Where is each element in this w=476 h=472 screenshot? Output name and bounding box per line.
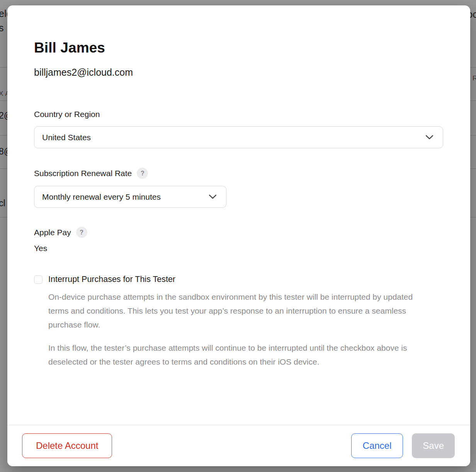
chevron-down-icon bbox=[425, 135, 434, 140]
renewal-rate-help-icon[interactable]: ? bbox=[137, 168, 148, 179]
renewal-rate-select[interactable]: Monthly renewal every 5 minutes bbox=[34, 186, 226, 208]
modal-footer: Delete Account Cancel Save bbox=[7, 425, 470, 466]
apple-pay-value: Yes bbox=[34, 243, 443, 253]
interrupt-description-1: On-device purchase attempts in the sandb… bbox=[48, 290, 415, 332]
apple-pay-label: Apple Pay bbox=[34, 228, 71, 238]
renewal-rate-select-value: Monthly renewal every 5 minutes bbox=[42, 192, 161, 202]
apple-pay-field: Apple Pay ? Yes bbox=[34, 227, 443, 253]
footer-actions: Cancel Save bbox=[351, 433, 455, 458]
delete-account-button[interactable]: Delete Account bbox=[22, 433, 112, 458]
tester-email: billjames2@icloud.com bbox=[34, 66, 443, 78]
country-select[interactable]: United States bbox=[34, 126, 443, 148]
country-select-value: United States bbox=[42, 133, 91, 142]
save-button[interactable]: Save bbox=[412, 433, 455, 458]
interrupt-purchases-row: Interrupt Purchases for This Tester bbox=[34, 274, 443, 285]
interrupt-purchases-checkbox[interactable] bbox=[34, 275, 42, 284]
cancel-button[interactable]: Cancel bbox=[351, 433, 403, 458]
country-field: Country or Region United States bbox=[34, 109, 443, 148]
interrupt-purchases-label[interactable]: Interrupt Purchases for This Tester bbox=[48, 274, 175, 285]
country-label: Country or Region bbox=[34, 109, 100, 119]
interrupt-description-2: In this flow, the tester’s purchase atte… bbox=[48, 341, 415, 369]
modal-body: Bill James billjames2@icloud.com Country… bbox=[7, 5, 470, 425]
chevron-down-icon bbox=[209, 194, 217, 199]
apple-pay-help-icon[interactable]: ? bbox=[76, 227, 87, 238]
renewal-rate-field: Subscription Renewal Rate ? Monthly rene… bbox=[34, 168, 443, 208]
edit-tester-modal: Bill James billjames2@icloud.com Country… bbox=[7, 5, 470, 466]
tester-name-title: Bill James bbox=[34, 39, 443, 56]
renewal-rate-label: Subscription Renewal Rate bbox=[34, 168, 132, 178]
